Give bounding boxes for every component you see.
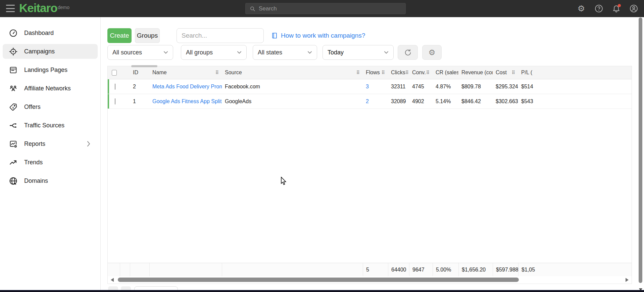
groups-button[interactable]: Groups (135, 28, 160, 43)
trends-icon (9, 158, 17, 167)
column-header-clicks[interactable]: Clicks⠿ (388, 66, 409, 79)
cost-value: $302.6635 (493, 98, 518, 105)
campaign-name-link[interactable]: Google Ads Fitness App Split (152, 98, 221, 105)
campaign-search-input[interactable] (177, 28, 264, 43)
table-row: 1 Google Ads Fitness App Split ••• Googl… (108, 94, 632, 109)
sidebar-item-trends[interactable]: Trends (3, 155, 98, 170)
bottom-edge-strip (0, 290, 644, 292)
traffic-sources-icon (9, 121, 17, 130)
brand-logo: Keitaro (19, 1, 57, 15)
global-search-input[interactable] (259, 5, 401, 12)
total-conv: 9647 (409, 263, 433, 276)
sidebar-item-campaigns[interactable]: Campaigns (3, 44, 98, 59)
pl-value: $514 (518, 84, 632, 90)
column-header-cost[interactable]: Cost⠿ (493, 66, 518, 79)
drag-handle-icon[interactable]: ⠿ (215, 70, 219, 75)
sidebar-item-affiliate-networks[interactable]: Affiliate Networks (3, 81, 98, 96)
global-search[interactable] (245, 3, 406, 14)
create-button[interactable]: Create (107, 28, 132, 43)
affiliate-networks-icon (9, 84, 17, 93)
column-header-flows[interactable]: Flows⠿ (363, 66, 388, 79)
account-icon[interactable] (629, 4, 638, 13)
offers-icon: $ (9, 102, 17, 111)
column-header-id[interactable]: ID (130, 66, 149, 79)
chevron-down-icon (163, 50, 168, 55)
main-content: Create Groups How to work with campaigns… (101, 17, 644, 292)
sidebar-item-label: Offers (24, 103, 41, 111)
campaign-id: 2 (130, 84, 149, 90)
campaign-source: Facebook.com (222, 84, 363, 90)
sidebar-item-label: Affiliate Networks (24, 85, 71, 92)
sidebar-item-offers[interactable]: $ Offers (3, 99, 98, 114)
sidebar-item-label: Reports (24, 140, 45, 148)
horizontal-scrollbar[interactable] (108, 276, 632, 284)
table-row: 2 Meta Ads Food Delivery Promo ••• Faceb… (108, 79, 632, 94)
drag-handle-icon[interactable]: ⠿ (512, 70, 515, 75)
select-all-checkbox[interactable] (112, 70, 117, 76)
total-clicks: 64400 (388, 263, 409, 276)
settings-gear-icon[interactable]: ⚙ (577, 4, 586, 13)
sidebar-item-dashboard[interactable]: Dashboard (3, 26, 98, 40)
sidebar-item-label: Dashboard (24, 30, 54, 37)
reports-icon (9, 139, 17, 148)
table-settings-button[interactable]: ⚙ (422, 45, 442, 60)
drag-handle-icon[interactable]: ⠿ (426, 70, 430, 75)
brand-badge: demo (58, 5, 69, 10)
sidebar-item-label: Domains (24, 177, 48, 184)
help-icon[interactable] (594, 4, 603, 13)
drag-handle-icon[interactable]: ⠿ (356, 70, 360, 75)
chevron-down-icon (237, 50, 242, 55)
row-checkbox[interactable] (115, 84, 115, 90)
table-empty-area (108, 109, 632, 263)
states-filter-select[interactable]: All states (253, 45, 317, 60)
column-header-cr[interactable]: CR (sales)⠿ (433, 66, 458, 79)
notifications-bell-icon[interactable] (612, 4, 621, 13)
column-header-revenue[interactable]: Revenue (con…⠿ (458, 66, 493, 79)
scroll-right-arrow-icon[interactable] (626, 278, 629, 282)
domains-icon (9, 176, 17, 185)
sidebar-item-domains[interactable]: Domains (3, 173, 98, 188)
sidebar: Dashboard Campaigns Landings Pages Affil… (0, 17, 101, 292)
column-header-conv[interactable]: Conv.⠿ (409, 66, 433, 79)
sidebar-item-reports[interactable]: Reports (3, 136, 98, 151)
flows-count-link[interactable]: 2 (366, 98, 369, 104)
sidebar-item-label: Campaigns (24, 48, 55, 55)
column-header-name[interactable]: Name⠿ (149, 66, 222, 79)
svg-text:$: $ (12, 106, 13, 109)
clicks-value: 32089 (388, 98, 409, 105)
sidebar-item-traffic-sources[interactable]: Traffic Sources (3, 118, 98, 133)
campaigns-icon (9, 47, 17, 56)
refresh-button[interactable] (398, 45, 418, 60)
campaign-id: 1 (130, 98, 149, 105)
row-checkbox[interactable] (115, 98, 115, 105)
campaign-source: GoogleAds (222, 98, 363, 105)
drag-handle-icon[interactable]: ⠿ (382, 70, 385, 75)
sidebar-item-landings-pages[interactable]: Landings Pages (3, 62, 98, 77)
column-header-source[interactable]: Source⠿ (222, 66, 363, 79)
sources-filter-select[interactable]: All sources (107, 45, 173, 60)
chevron-right-icon (87, 141, 90, 147)
drag-handle-icon[interactable]: ⠿ (405, 70, 409, 75)
column-header-pl[interactable]: P/L ( (518, 66, 632, 79)
revenue-value: $846.42 (458, 98, 493, 105)
table-totals-row: 5 64400 9647 5.00% $1,656.20 $597.9880 $… (108, 263, 632, 276)
vertical-scrollbar-thumb[interactable] (639, 17, 642, 283)
sidebar-item-label: Trends (24, 159, 43, 166)
vertical-scrollbar[interactable] (638, 17, 643, 292)
groups-filter-select[interactable]: All groups (181, 45, 247, 60)
table-header-row: ID Name⠿ Source⠿ Flows⠿ Clicks⠿ Conv.⠿ C… (108, 66, 632, 79)
scroll-left-arrow-icon[interactable] (111, 278, 114, 282)
pl-value: $543 (518, 98, 632, 105)
conv-value: 4745 (409, 84, 433, 90)
horizontal-scrollbar-thumb[interactable] (118, 278, 519, 282)
help-campaigns-link[interactable]: How to work with campaigns? (271, 32, 365, 39)
chevron-down-icon (384, 50, 389, 55)
cr-value: 4.87% (433, 84, 458, 90)
flows-count-link[interactable]: 3 (366, 84, 369, 89)
date-range-select[interactable]: Today (323, 45, 394, 60)
column-resize-indicator[interactable] (131, 65, 157, 67)
menu-toggle-icon[interactable] (6, 5, 15, 12)
sidebar-item-label: Traffic Sources (24, 122, 64, 129)
campaigns-table: ID Name⠿ Source⠿ Flows⠿ Clicks⠿ Conv.⠿ C… (107, 66, 632, 284)
campaign-name-link[interactable]: Meta Ads Food Delivery Promo (152, 84, 222, 90)
